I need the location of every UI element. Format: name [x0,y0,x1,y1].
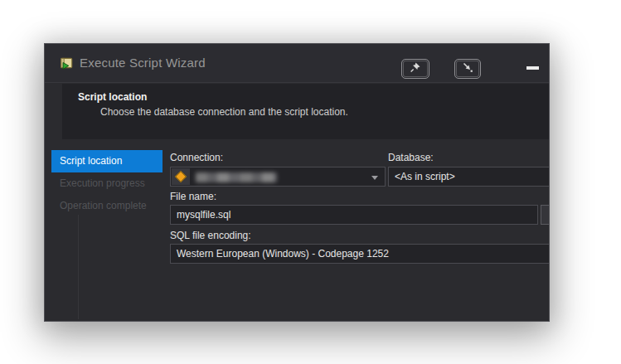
connection-icon-cell [172,168,190,185]
pushpin-icon [409,61,422,77]
minus-icon [526,66,539,70]
browse-button[interactable] [541,205,550,225]
arrow-southeast-icon [461,61,474,77]
execute-script-wizard-icon [59,56,74,70]
database-label: Database: [388,152,434,163]
orange-diamond-icon [175,171,187,182]
file-name-label: File name: [170,191,216,202]
execute-script-wizard-dialog: Execute Script Wizard Script lo [44,43,550,322]
connection-value-redacted [196,172,277,182]
file-name-value: mysqlfile.sql [171,206,537,224]
sidebar-divider [78,215,79,319]
sidebar-item-operation-complete: Operation complete [51,195,163,217]
sidebar-item-execution-progress: Execution progress [51,172,163,195]
page-title: Script location [78,91,147,103]
connection-label: Connection: [170,152,223,163]
encoding-label: SQL file encoding: [170,230,251,241]
connection-combobox[interactable] [170,167,386,187]
page-subtitle: Choose the database connection and the s… [100,106,348,118]
titlebar[interactable]: Execute Script Wizard [45,44,550,83]
pin-button[interactable] [401,59,429,79]
chevron-down-icon[interactable] [371,176,378,180]
minimize-button[interactable] [519,57,546,79]
window-title: Execute Script Wizard [80,44,206,82]
file-name-input[interactable]: mysqlfile.sql [170,205,538,225]
collapse-button[interactable] [454,59,481,79]
encoding-value: Western European (Windows) - Codepage 12… [171,245,550,263]
encoding-combobox[interactable]: Western European (Windows) - Codepage 12… [170,244,550,264]
database-value: <As in script> [389,167,550,186]
database-combobox[interactable]: <As in script> [388,167,550,187]
sidebar-item-script-location[interactable]: Script location [51,150,163,172]
